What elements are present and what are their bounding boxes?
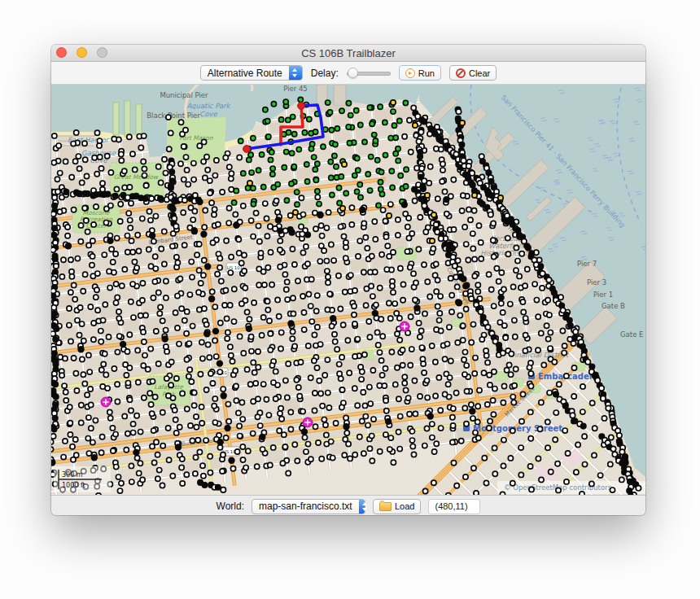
desktop-background: CS 106B Trailblazer Alternative Route De… [0, 0, 700, 599]
svg-text:Gate E: Gate E [620, 330, 643, 339]
svg-text:1000 ft: 1000 ft [62, 482, 85, 489]
slider-knob[interactable] [348, 68, 358, 78]
svg-text:Municipal Pier: Municipal Pier [160, 91, 208, 99]
map-scale: 300 m1000 ft [54, 466, 111, 492]
coordinates-field[interactable]: (480,11) [428, 499, 480, 514]
load-button[interactable]: Load [373, 499, 421, 514]
svg-text:Aquatic Park: Aquatic Park [186, 102, 230, 110]
world-file-value: map-san-francisco.txt [252, 501, 359, 512]
map-canvas[interactable]: © OpenStreetMap contributorsMunicipal Pi… [51, 85, 645, 495]
clear-button[interactable]: Clear [449, 65, 497, 81]
prohibition-icon [456, 68, 466, 78]
chevron-up-down-icon [289, 66, 302, 80]
svg-text:Cove: Cove [199, 110, 217, 118]
world-file-select[interactable]: map-san-francisco.txt [252, 499, 365, 514]
svg-text:Black Point Pier: Black Point Pier [147, 111, 200, 120]
minimize-button[interactable] [77, 47, 87, 58]
delay-label: Delay: [311, 68, 339, 79]
load-button-label: Load [395, 501, 414, 511]
algorithm-select-value: Alternative Route [201, 68, 289, 79]
run-button[interactable]: Run [399, 65, 441, 81]
route-endpoint [298, 103, 305, 110]
toolbar: Alternative Route Delay: Run Clear [51, 62, 645, 85]
svg-text:Pier 45: Pier 45 [283, 85, 308, 93]
map-svg[interactable]: © OpenStreetMap contributorsMunicipal Pi… [51, 85, 645, 495]
svg-text:Pier 1: Pier 1 [593, 291, 613, 299]
window-titlebar[interactable]: CS 106B Trailblazer [51, 45, 645, 62]
coordinates-value: (480,11) [435, 501, 467, 511]
svg-text:Pier 7: Pier 7 [577, 260, 597, 268]
svg-text:300 m: 300 m [62, 471, 83, 479]
bottom-bar: World: map-san-francisco.txt Load (480,1… [51, 495, 645, 515]
algorithm-select[interactable]: Alternative Route [200, 65, 303, 81]
clear-button-label: Clear [469, 68, 490, 78]
delay-slider[interactable] [347, 65, 391, 81]
zoom-button[interactable] [97, 47, 107, 58]
svg-text:Pier 3: Pier 3 [587, 278, 606, 286]
close-button[interactable] [56, 47, 67, 58]
chevron-up-down-icon [359, 500, 365, 514]
play-icon [405, 68, 415, 78]
world-label: World: [217, 501, 244, 512]
route-endpoint [243, 146, 251, 153]
app-window: CS 106B Trailblazer Alternative Route De… [51, 45, 645, 515]
folder-icon [379, 502, 392, 511]
window-title: CS 106B Trailblazer [51, 47, 645, 59]
run-button-label: Run [418, 68, 435, 78]
svg-text:Gate B: Gate B [602, 302, 625, 310]
traffic-lights [56, 47, 107, 58]
